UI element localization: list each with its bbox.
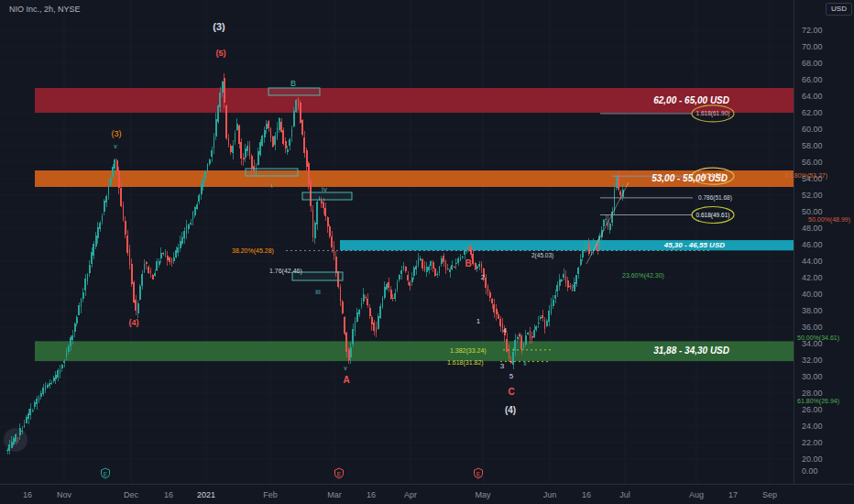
axis-fib-label: 61.80%(53.27) [785,172,827,179]
drawn-box[interactable] [302,192,352,200]
time-tick: Nov [57,490,71,499]
price-tick: 42.00 [802,273,823,282]
price-tick: 58.00 [802,141,823,150]
time-tick: 16 [23,490,32,499]
drawn-box[interactable] [292,272,343,280]
time-tick: Aug [689,490,704,499]
price-tick: 20.00 [802,455,823,464]
price-tick: 36.00 [802,323,823,332]
time-tick: 16 [164,490,173,499]
currency-toggle-button[interactable]: USD [826,3,852,16]
demand-zone-cyan[interactable] [340,240,794,250]
price-tick-zero: 0.00 [802,466,818,476]
price-tick: 62.00 [802,108,823,117]
candles [6,73,623,455]
earnings-marker-glyph: E [337,471,342,477]
price-tick: 26.00 [802,405,823,414]
supply-zone-red[interactable] [35,88,794,113]
demand-zone-green[interactable] [35,341,794,361]
time-tick: 16 [367,490,376,499]
price-tick: 22.00 [802,438,823,447]
time-tick: Sep [762,490,777,499]
drawn-box[interactable] [268,88,320,95]
trend-line[interactable] [586,182,629,264]
price-tick: 38.00 [802,306,823,315]
fib-highlight-ellipse[interactable] [692,207,734,224]
axis-fib-label: 50.00%(34.61) [797,334,839,341]
price-tick: 50.00 [802,207,823,216]
price-tick: 30.00 [802,372,823,381]
price-tick: 60.00 [802,125,823,134]
time-tick: Mar [327,490,342,499]
time-tick: Feb [263,490,278,499]
axis-fib-label: 50.00%(48.99) [808,216,850,223]
price-tick: 46.00 [802,240,823,249]
price-axis[interactable]: USD 53.32 09:24 72.0070.0068.0066.0064.0… [794,0,854,484]
earnings-marker-glyph: E [476,471,481,477]
axis-fib-label: 61.80%(26.94) [797,398,839,404]
time-tick: 16 [582,490,591,499]
price-tick: 32.00 [802,356,823,365]
time-tick: Jul [619,490,630,499]
time-tick: Apr [404,490,417,499]
drawn-box[interactable] [246,169,298,176]
time-tick: Jun [543,490,557,499]
price-tick: 48.00 [802,224,823,233]
price-tick: 72.00 [802,26,823,35]
price-tick: 56.00 [802,158,823,167]
price-tick: 28.00 [802,389,823,398]
price-tick: 40.00 [802,290,823,299]
time-tick: 17 [728,490,738,499]
price-tick: 24.00 [802,422,823,431]
time-axis[interactable]: 16NovDec162021FebMar16AprMayJun16JulAug1… [0,484,854,504]
earnings-marker-glyph: E [104,471,108,477]
price-tick: 64.00 [802,92,823,101]
time-tick: 2021 [197,490,215,499]
price-tick: 52.00 [802,191,823,200]
price-tick: 70.00 [802,42,823,51]
time-tick: May [475,490,490,499]
price-tick: 66.00 [802,75,823,84]
price-tick: 44.00 [802,257,823,266]
time-tick: Dec [124,490,138,499]
price-tick: 68.00 [802,59,823,68]
symbol-title[interactable]: NIO Inc., 2h, NYSE [9,5,81,14]
supply-zone-orange[interactable] [35,170,794,187]
tradingview-chart-window: EEE 62,00 - 65,00 USD53,00 - 55,00 USD45… [0,0,854,504]
chart-canvas[interactable]: EEE [0,0,854,504]
